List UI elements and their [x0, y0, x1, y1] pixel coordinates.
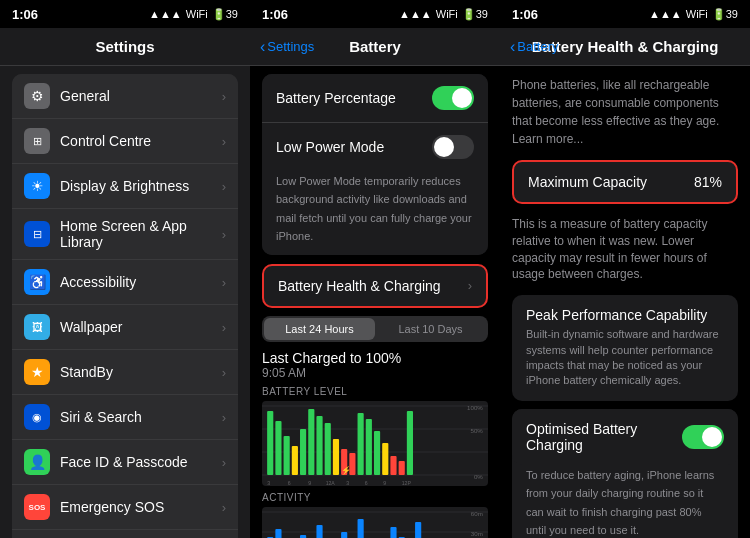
svg-rect-12: [308, 409, 314, 475]
settings-item-standby[interactable]: ★ StandBy ›: [12, 350, 238, 395]
signal-icon: ▲▲▲: [149, 8, 182, 20]
settings-list[interactable]: ⚙ General › ⊞ Control Centre › ☀ Display…: [0, 66, 250, 538]
battery-chart: 100% 50% 0%: [262, 401, 488, 486]
settings-item-faceid[interactable]: 👤 Face ID & Passcode ›: [12, 440, 238, 485]
status-bar-2: 1:06 ▲▲▲ WiFi 🔋39: [250, 0, 500, 28]
health-scroll[interactable]: Phone batteries, like all rechargeable b…: [500, 66, 750, 538]
low-power-switch[interactable]: [432, 135, 474, 159]
battery-chart-svg: 100% 50% 0%: [262, 401, 488, 486]
peak-perf-label: Peak Performance Capability: [526, 307, 724, 323]
tab-10d[interactable]: Last 10 Days: [375, 318, 486, 340]
battery-health-row[interactable]: Battery Health & Charging ›: [262, 264, 488, 308]
max-capacity-label: Maximum Capacity: [528, 174, 647, 190]
display-icon: ☀: [24, 173, 50, 199]
faceid-label: Face ID & Passcode: [60, 454, 222, 470]
home-screen-icon: ⊟: [24, 221, 50, 247]
capacity-note: This is a measure of battery capacity re…: [512, 212, 738, 295]
svg-rect-20: [374, 431, 380, 475]
battery-percentage-switch[interactable]: [432, 86, 474, 110]
svg-text:30m: 30m: [471, 530, 483, 537]
settings-item-general[interactable]: ⚙ General ›: [12, 74, 238, 119]
battery-icon: 🔋39: [212, 8, 238, 21]
general-label: General: [60, 88, 222, 104]
svg-rect-47: [358, 519, 364, 538]
sos-icon: SOS: [24, 494, 50, 520]
activity-section: ACTIVITY 60m 30m 0m: [262, 492, 488, 538]
optimized-toggle[interactable]: Optimised Battery Charging: [512, 409, 738, 465]
optimized-switch[interactable]: [682, 425, 724, 449]
settings-item-sos[interactable]: SOS Emergency SOS ›: [12, 485, 238, 530]
settings-item-control-centre[interactable]: ⊞ Control Centre ›: [12, 119, 238, 164]
status-bar-3: 1:06 ▲▲▲ WiFi 🔋39: [500, 0, 750, 28]
svg-rect-8: [275, 421, 281, 475]
sos-label: Emergency SOS: [60, 499, 222, 515]
peak-perf-note: Built-in dynamic software and hardware s…: [526, 327, 724, 389]
optimized-note: To reduce battery aging, iPhone learns f…: [526, 469, 714, 538]
status-icons-2: ▲▲▲ WiFi 🔋39: [399, 8, 488, 21]
battery-chart-section: BATTERY LEVEL 100% 50% 0%: [262, 386, 488, 486]
settings-item-siri[interactable]: ◉ Siri & Search ›: [12, 395, 238, 440]
wallpaper-icon: 🖼: [24, 314, 50, 340]
signal-icon-3: ▲▲▲: [649, 8, 682, 20]
battery-back[interactable]: ‹ Settings: [260, 38, 314, 56]
peak-perf-row: Peak Performance Capability Built-in dyn…: [512, 295, 738, 401]
battery-health-label: Battery Health & Charging: [278, 278, 441, 294]
time-1: 1:06: [12, 7, 38, 22]
health-nav: ‹ Battery Battery Health & Charging: [500, 28, 750, 66]
health-intro: Phone batteries, like all rechargeable b…: [512, 66, 738, 160]
back-chevron-3: ‹: [510, 38, 515, 56]
svg-text:6: 6: [288, 480, 291, 486]
settings-item-display[interactable]: ☀ Display & Brightness ›: [12, 164, 238, 209]
optimized-note-container: To reduce battery aging, iPhone learns f…: [512, 465, 738, 538]
svg-rect-22: [390, 456, 396, 475]
battery-nav: ‹ Settings Battery: [250, 28, 500, 66]
svg-rect-7: [267, 411, 273, 475]
svg-rect-21: [382, 443, 388, 475]
wallpaper-label: Wallpaper: [60, 319, 222, 335]
svg-text:3: 3: [346, 480, 349, 486]
charge-info: Last Charged to 100% 9:05 AM: [262, 350, 488, 380]
settings-item-accessibility[interactable]: ♿ Accessibility ›: [12, 260, 238, 305]
accessibility-label: Accessibility: [60, 274, 222, 290]
wifi-icon-3: WiFi: [686, 8, 708, 20]
control-centre-label: Control Centre: [60, 133, 222, 149]
battery-percentage-toggle[interactable]: Battery Percentage: [262, 74, 488, 123]
toggle-knob-on: [452, 88, 472, 108]
activity-chart-svg: 60m 30m 0m 3: [262, 507, 488, 538]
svg-text:3: 3: [267, 480, 270, 486]
low-power-toggle[interactable]: Low Power Mode: [262, 123, 488, 167]
activity-label: ACTIVITY: [262, 492, 488, 503]
signal-icon-2: ▲▲▲: [399, 8, 432, 20]
svg-text:60m: 60m: [471, 510, 483, 517]
tab-24h[interactable]: Last 24 Hours: [264, 318, 375, 340]
battery-scroll[interactable]: Battery Percentage Low Power Mode Low Po…: [250, 66, 500, 538]
health-panel: 1:06 ▲▲▲ WiFi 🔋39 ‹ Battery Battery Heal…: [500, 0, 750, 538]
battery-health-chevron: ›: [468, 278, 472, 293]
low-power-note: Low Power Mode temporarily reduces backg…: [262, 167, 488, 255]
svg-rect-11: [300, 429, 306, 475]
svg-text:12A: 12A: [326, 480, 336, 486]
svg-text:9: 9: [383, 480, 386, 486]
battery-icon-3: 🔋39: [712, 8, 738, 21]
svg-rect-15: [333, 439, 339, 475]
battery-title: Battery: [349, 38, 401, 55]
settings-item-exposure[interactable]: ◎ Exposure Notifications ›: [12, 530, 238, 538]
standby-label: StandBy: [60, 364, 222, 380]
settings-panel: 1:06 ▲▲▲ WiFi 🔋39 Settings ⚙ General › ⊞…: [0, 0, 250, 538]
status-bar-1: 1:06 ▲▲▲ WiFi 🔋39: [0, 0, 250, 28]
low-power-note-text: Low Power Mode temporarily reduces backg…: [276, 175, 472, 242]
back-label-3: Battery: [517, 39, 558, 54]
time-3: 1:06: [512, 7, 538, 22]
settings-item-wallpaper[interactable]: 🖼 Wallpaper ›: [12, 305, 238, 350]
svg-rect-23: [399, 461, 405, 475]
svg-rect-46: [341, 532, 347, 538]
svg-rect-13: [316, 416, 322, 475]
settings-group-1: ⚙ General › ⊞ Control Centre › ☀ Display…: [12, 74, 238, 538]
charge-time: 9:05 AM: [262, 366, 488, 380]
time-tabs: Last 24 Hours Last 10 Days: [262, 316, 488, 342]
svg-rect-24: [407, 411, 413, 475]
health-back[interactable]: ‹ Battery: [510, 38, 559, 56]
settings-item-home-screen[interactable]: ⊟ Home Screen & App Library ›: [12, 209, 238, 260]
wifi-icon: WiFi: [186, 8, 208, 20]
battery-level-label: BATTERY LEVEL: [262, 386, 488, 397]
